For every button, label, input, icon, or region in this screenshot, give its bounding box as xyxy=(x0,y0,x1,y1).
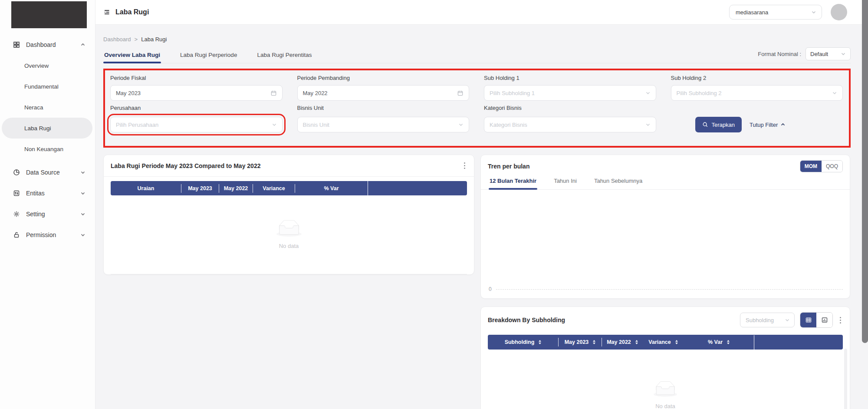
sidebar-item-setting[interactable]: Setting xyxy=(0,204,95,224)
empty-inbox-icon xyxy=(653,381,678,398)
column-header-sortable[interactable]: May 2022 xyxy=(602,339,643,345)
column-header-sortable[interactable]: % Var xyxy=(684,339,754,345)
tab-overview-laba-rugi[interactable]: Overview Laba Rugi xyxy=(103,52,161,63)
app-window: Dashboard Overview Fundamental Neraca La… xyxy=(0,0,868,409)
breakdown-table: Subholding May 2023 May 2022 xyxy=(481,333,850,409)
field-label: Periode Fiskal xyxy=(110,75,283,81)
sidebar-item-laba-rugi[interactable]: Laba Rugi xyxy=(2,118,92,139)
main-content: Dashboard > Laba Rugi Overview Laba Rugi… xyxy=(95,25,868,409)
filter-grid: Periode Fiskal Periode Pembanding xyxy=(110,75,843,132)
sub-holding-2-input[interactable] xyxy=(677,90,832,96)
breadcrumb: Dashboard > Laba Rugi xyxy=(103,36,851,43)
tab-laba-rugi-perentitas[interactable]: Laba Rugi Perentitas xyxy=(256,52,312,63)
toggle-mom[interactable]: MOM xyxy=(800,161,822,172)
toggle-qoq[interactable]: QOQ xyxy=(822,161,842,172)
calendar-icon xyxy=(457,90,464,96)
dashboard-submenu: Overview Fundamental Neraca Laba Rugi No… xyxy=(0,55,95,159)
periode-fiskal-picker[interactable] xyxy=(110,85,283,101)
periode-pembanding-input[interactable] xyxy=(303,90,457,96)
gear-icon xyxy=(13,211,20,218)
chevron-down-icon xyxy=(272,122,277,127)
column-header[interactable]: May 2023 xyxy=(181,185,219,191)
tab-laba-rugi-perperiode[interactable]: Laba Rugi Perperiode xyxy=(179,52,238,63)
page-scrollbar[interactable] xyxy=(862,0,868,343)
sidebar-item-dashboard[interactable]: Dashboard xyxy=(0,34,95,55)
breakdown-group-select[interactable]: Subholding xyxy=(740,313,795,327)
menu-fold-icon[interactable] xyxy=(103,9,110,16)
close-filter-label: Tutup Filter xyxy=(750,122,778,128)
chevron-down-icon xyxy=(645,90,651,96)
topbar-right: mediasarana xyxy=(729,4,859,20)
periode-fiskal-input[interactable] xyxy=(116,90,270,96)
sidebar-item-fundamental[interactable]: Fundamental xyxy=(2,76,92,97)
field-label: Kategori Bisnis xyxy=(484,105,656,111)
tab-tahun-ini[interactable]: Tahun Ini xyxy=(553,175,578,189)
app-logo xyxy=(11,1,87,28)
field-label: Sub Holding 2 xyxy=(671,75,843,81)
sub-holding-2-select[interactable] xyxy=(671,85,843,101)
column-header[interactable]: Variance xyxy=(253,185,295,191)
chevron-down-icon xyxy=(841,51,846,56)
tab-12-bulan-terakhir[interactable]: 12 Bulan Terakhir xyxy=(489,175,537,189)
field-periode-fiskal: Periode Fiskal xyxy=(110,75,283,101)
column-header[interactable]: Uraian xyxy=(111,185,181,191)
column-header[interactable]: May 2022 xyxy=(219,185,253,191)
entity-icon xyxy=(13,190,20,197)
right-column: Tren per bulan MOM QOQ 12 Bulan Terakhir… xyxy=(480,155,850,409)
sidebar-item-permission[interactable]: Permission xyxy=(0,224,95,245)
kategori-bisnis-input[interactable] xyxy=(490,122,645,128)
sidebar-item-label: Permission xyxy=(26,231,80,238)
table-view-button[interactable] xyxy=(800,313,816,327)
sort-carets-icon xyxy=(593,340,595,344)
bisnis-unit-select[interactable] xyxy=(297,117,470,132)
column-header-sortable[interactable]: May 2023 xyxy=(559,339,602,345)
card-scrollbar[interactable] xyxy=(844,349,847,409)
sub-holding-1-input[interactable] xyxy=(490,90,645,96)
search-icon xyxy=(702,122,708,128)
column-label: % Var xyxy=(708,339,723,345)
breadcrumb-root[interactable]: Dashboard xyxy=(103,36,131,43)
sidebar: Dashboard Overview Fundamental Neraca La… xyxy=(0,0,95,409)
chevron-up-icon xyxy=(780,122,786,127)
sidebar-item-entitas[interactable]: Entitas xyxy=(0,183,95,204)
unlock-icon xyxy=(13,231,20,238)
periode-pembanding-picker[interactable] xyxy=(297,85,470,101)
field-label: Periode Pembanding xyxy=(297,75,470,81)
chevron-down-icon xyxy=(80,191,85,196)
breakdown-card: Breakdown By Subholding Subholding xyxy=(480,307,850,409)
tenant-select-value: mediasarana xyxy=(736,9,811,16)
sidebar-item-neraca[interactable]: Neraca xyxy=(2,97,92,118)
perusahaan-input[interactable] xyxy=(116,122,272,128)
field-sub-holding-2: Sub Holding 2 xyxy=(671,75,843,101)
filter-actions: Terapkan Tutup Filter xyxy=(695,117,843,132)
perusahaan-select[interactable] xyxy=(110,117,283,132)
column-header-sortable[interactable]: Variance xyxy=(643,339,684,345)
kebab-menu-icon[interactable] xyxy=(462,161,467,171)
trend-card: Tren per bulan MOM QOQ 12 Bulan Terakhir… xyxy=(480,155,850,299)
bisnis-unit-input[interactable] xyxy=(303,122,459,128)
chart-view-button[interactable] xyxy=(816,313,832,327)
apply-filter-button[interactable]: Terapkan xyxy=(695,117,742,132)
user-avatar[interactable] xyxy=(831,4,847,20)
comparison-table: Uraian May 2023 May 2022 Variance % Var xyxy=(104,177,474,274)
sidebar-item-label: Entitas xyxy=(26,190,80,197)
apply-filter-label: Terapkan xyxy=(712,122,735,128)
column-header-sortable[interactable]: Subholding xyxy=(488,339,558,345)
chevron-down-icon xyxy=(811,10,816,15)
sidebar-item-overview[interactable]: Overview xyxy=(2,55,92,76)
sub-holding-1-select[interactable] xyxy=(484,85,656,101)
breakdown-group-value: Subholding xyxy=(746,317,785,323)
column-header[interactable]: % Var xyxy=(295,185,368,191)
sidebar-item-data-source[interactable]: Data Source xyxy=(0,162,95,183)
format-nominal-select[interactable]: Default xyxy=(806,47,851,60)
kategori-bisnis-select[interactable] xyxy=(484,117,656,132)
tenant-select[interactable]: mediasarana xyxy=(729,5,822,20)
kebab-menu-icon[interactable] xyxy=(838,315,843,325)
no-data-text: No data xyxy=(279,243,299,249)
field-label: Sub Holding 1 xyxy=(484,75,656,81)
tab-tahun-sebelumnya[interactable]: Tahun Sebelumnya xyxy=(593,175,643,189)
close-filter-link[interactable]: Tutup Filter xyxy=(750,122,786,128)
trend-card-title: Tren per bulan xyxy=(488,163,529,170)
breakdown-controls: Subholding xyxy=(740,312,843,328)
sidebar-item-non-keuangan[interactable]: Non Keuangan xyxy=(2,139,92,159)
